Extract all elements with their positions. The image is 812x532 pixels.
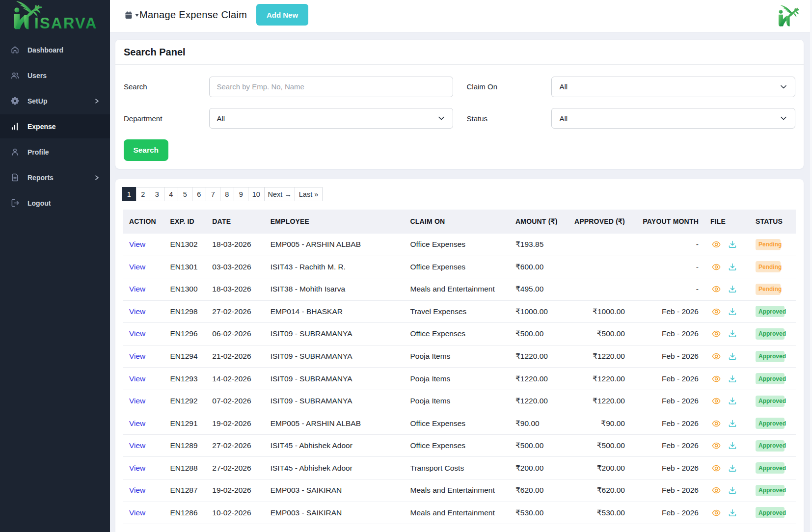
svg-text:ISARVA: ISARVA [34,15,98,32]
